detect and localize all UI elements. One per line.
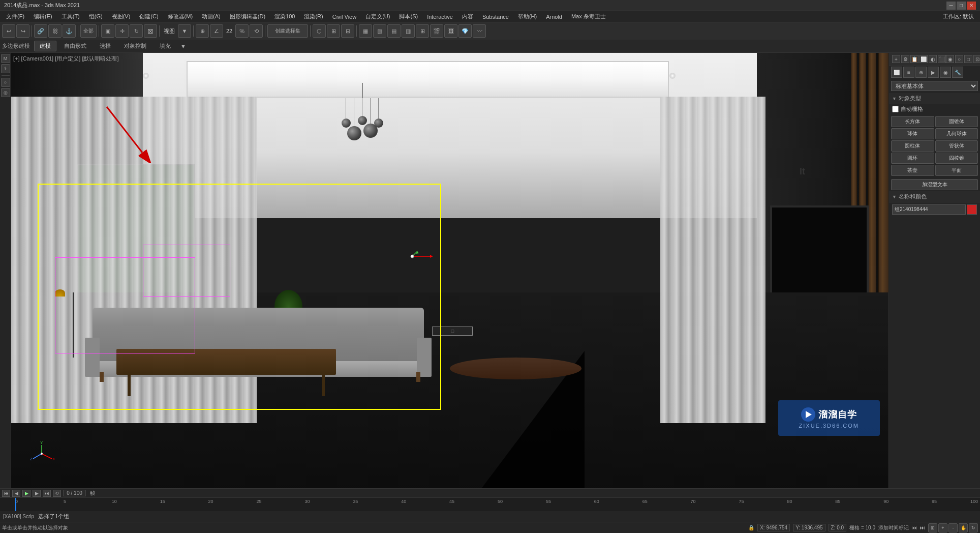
primitive-type-dropdown[interactable]: 标准基本体 bbox=[891, 81, 978, 91]
tab-freeform[interactable]: 自由形式 bbox=[58, 41, 92, 51]
poison-btn[interactable]: ⚕ bbox=[1, 64, 10, 73]
object-name-input[interactable] bbox=[892, 204, 966, 215]
timeline-play[interactable]: ▶ bbox=[22, 490, 30, 497]
left-btn1[interactable]: ○ bbox=[1, 78, 10, 87]
timeline-next[interactable]: ▶ bbox=[33, 490, 41, 497]
nav-btn-2[interactable]: ⏭ bbox=[920, 525, 925, 530]
scale-pct-btn[interactable]: % bbox=[235, 24, 249, 38]
view-btn[interactable]: ▼ bbox=[178, 24, 191, 38]
panel-view1[interactable]: ◉ bbox=[946, 55, 954, 63]
modify-icon-btn[interactable]: ≡ bbox=[903, 67, 914, 78]
material-btn[interactable]: 💎 bbox=[458, 24, 472, 38]
utilities-btn[interactable]: 🔧 bbox=[952, 67, 963, 78]
rotate-button[interactable]: ↻ bbox=[130, 24, 143, 38]
obj-torus-btn[interactable]: 圆环 bbox=[891, 153, 934, 164]
panel-view2[interactable]: ○ bbox=[955, 55, 963, 63]
pan-btn[interactable]: ✋ bbox=[959, 523, 968, 532]
scale-button[interactable]: ⊠ bbox=[144, 24, 157, 38]
panel-gear-btn[interactable]: ⚙ bbox=[901, 55, 909, 63]
menu-maxvirus[interactable]: Max 杀毒卫士 bbox=[567, 12, 610, 21]
align2-btn[interactable]: ⊟ bbox=[341, 24, 354, 38]
obj-tube-btn[interactable]: 管状体 bbox=[935, 140, 978, 152]
timeline-playhead[interactable] bbox=[15, 498, 16, 511]
menu-render[interactable]: 渲染(R) bbox=[300, 12, 327, 21]
panel-motion-btn[interactable]: ⬛ bbox=[938, 55, 946, 63]
max-tools-btn[interactable]: M bbox=[1, 54, 10, 63]
menu-tools[interactable]: 工具(T) bbox=[57, 12, 84, 21]
menu-interactive[interactable]: Interactive bbox=[423, 13, 457, 21]
mirror-btn[interactable]: ⬡ bbox=[313, 24, 326, 38]
tab-fill[interactable]: 填充 bbox=[154, 41, 176, 51]
menu-file[interactable]: 文件(F) bbox=[2, 12, 28, 21]
create-icon-btn[interactable]: ⬜ bbox=[891, 67, 902, 78]
close-button[interactable]: ✕ bbox=[967, 2, 976, 10]
render-setup-btn[interactable]: 🎬 bbox=[430, 24, 443, 38]
curve-btn[interactable]: 〰 bbox=[473, 24, 486, 38]
panel-view3[interactable]: □ bbox=[964, 55, 972, 63]
menu-graph[interactable]: 图形编辑器(D) bbox=[226, 12, 269, 21]
obj-sphere-btn[interactable]: 球体 bbox=[891, 128, 934, 139]
align-btn[interactable]: ⊞ bbox=[327, 24, 340, 38]
layer2-btn[interactable]: ▧ bbox=[373, 24, 386, 38]
menu-civil[interactable]: Civil View bbox=[328, 13, 360, 21]
timeline-skip-end[interactable]: ⏭ bbox=[43, 490, 51, 497]
color-swatch[interactable] bbox=[967, 204, 977, 215]
redo-button[interactable]: ↪ bbox=[16, 24, 29, 38]
display-btn[interactable]: ◉ bbox=[940, 67, 951, 78]
menu-view[interactable]: 视图(V) bbox=[108, 12, 135, 21]
layer-btn[interactable]: ▦ bbox=[359, 24, 372, 38]
menu-create[interactable]: 创建(C) bbox=[135, 12, 162, 21]
menu-help[interactable]: 帮助(H) bbox=[514, 12, 541, 21]
panel-half-btn[interactable]: ◐ bbox=[929, 55, 937, 63]
motion-btn[interactable]: ▶ bbox=[928, 67, 939, 78]
render-btn[interactable]: 🖼 bbox=[444, 24, 457, 38]
rect-select-button[interactable]: ▣ bbox=[101, 24, 114, 38]
zoom-extents[interactable]: ⊞ bbox=[928, 523, 937, 532]
obj-teapot-btn[interactable]: 茶壶 bbox=[891, 165, 934, 176]
hierarchy-btn[interactable]: ⊕ bbox=[915, 67, 927, 78]
menu-arnold[interactable]: Arnold bbox=[542, 13, 566, 21]
maximize-button[interactable]: □ bbox=[957, 2, 966, 10]
tab-build[interactable]: 建模 bbox=[34, 41, 56, 51]
zoom-out[interactable]: - bbox=[948, 523, 958, 532]
angle-snap-btn[interactable]: ∠ bbox=[210, 24, 223, 38]
panel-view4[interactable]: ⊡ bbox=[973, 55, 980, 63]
timeline-track[interactable]: 0 5 10 15 20 25 30 35 40 45 50 55 60 65 … bbox=[0, 498, 980, 511]
viewport[interactable]: [+] [Camera001] [用户定义] [默认明暗处理] bbox=[11, 53, 889, 488]
panel-display-btn[interactable]: ⬜ bbox=[920, 55, 928, 63]
snap-btn[interactable]: ⊕ bbox=[196, 24, 209, 38]
obj-cone-btn[interactable]: 圆锥体 bbox=[935, 116, 978, 127]
menu-script[interactable]: 脚本(S) bbox=[395, 12, 422, 21]
tab-select[interactable]: 选择 bbox=[94, 41, 116, 51]
obj-box-btn[interactable]: 长方体 bbox=[891, 116, 934, 127]
timeline-skip-start[interactable]: ⏮ bbox=[2, 490, 10, 497]
obj-geosphere-btn[interactable]: 几何球体 bbox=[935, 128, 978, 139]
time-tag-btn[interactable]: 添加时间标记 bbox=[878, 524, 909, 531]
panel-clipboard-btn[interactable]: 📋 bbox=[910, 55, 918, 63]
orbit-btn[interactable]: ↻ bbox=[969, 523, 978, 532]
menu-custom[interactable]: 自定义(U) bbox=[361, 12, 394, 21]
obj-cylinder-btn[interactable]: 圆柱体 bbox=[891, 140, 934, 152]
link-button[interactable]: 🔗 bbox=[34, 24, 47, 38]
spinner-btn[interactable]: ⟲ bbox=[250, 24, 263, 38]
auto-grid-checkbox[interactable] bbox=[892, 106, 899, 112]
timeline-prev[interactable]: ◀ bbox=[12, 490, 20, 497]
bind-button[interactable]: ⚓ bbox=[63, 24, 76, 38]
timeline-loop-btn[interactable]: ⟲ bbox=[53, 490, 61, 497]
obj-plane-btn[interactable]: 平面 bbox=[935, 165, 978, 176]
select-all-button[interactable]: 全部 bbox=[80, 24, 97, 38]
menu-render100[interactable]: 渲染100 bbox=[270, 12, 299, 21]
menu-edit[interactable]: 编辑(E) bbox=[29, 12, 56, 21]
obj-morphtext-btn[interactable]: 加湿型文本 bbox=[891, 179, 978, 190]
frame-counter[interactable]: 0 / 100 bbox=[63, 490, 86, 496]
name-color-section[interactable]: 名称和颜色 bbox=[889, 191, 980, 202]
move-button[interactable]: ✛ bbox=[115, 24, 129, 38]
zoom-in[interactable]: + bbox=[938, 523, 947, 532]
obj-pyramid-btn[interactable]: 四棱锥 bbox=[935, 153, 978, 164]
object-types-section[interactable]: 对象类型 bbox=[889, 93, 980, 104]
layer3-btn[interactable]: ▤ bbox=[387, 24, 401, 38]
named-sel-btn[interactable]: 创建选择集 bbox=[267, 24, 308, 38]
minimize-button[interactable]: ─ bbox=[946, 2, 956, 10]
menu-animate[interactable]: 动画(A) bbox=[198, 12, 225, 21]
undo-button[interactable]: ↩ bbox=[2, 24, 15, 38]
